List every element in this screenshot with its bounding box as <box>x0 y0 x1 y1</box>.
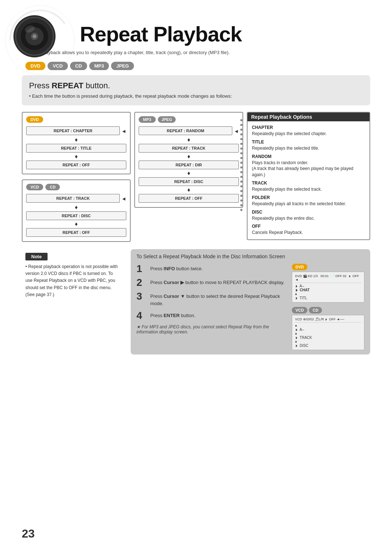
dot-decoration <box>240 152 242 154</box>
repeat-disc-mp3: REPEAT : DISC <box>139 177 239 186</box>
dvd-screen-badge: DVD <box>292 264 307 270</box>
step-2-num: 2 <box>136 278 147 288</box>
step-3: 3 Press Cursor ▼ button to select the de… <box>136 291 288 307</box>
badge-mp3: MP3 <box>89 62 109 70</box>
option-random-term: RANDOM <box>252 154 365 159</box>
option-title-term: TITLE <box>252 139 365 145</box>
vcd-cd-screen-mockup: VCD ⊕03/02 🎵L/R ⏵ OFF ◄── ♦ ⏵ A– ♦ ⏵ TRA… <box>292 315 364 350</box>
vcd-badge-flow: VCD <box>26 184 43 190</box>
dot-decoration <box>240 171 242 173</box>
repeat-dir: REPEAT : DIR <box>139 161 239 169</box>
cd-badge-flow: CD <box>45 184 60 190</box>
repeat-random: REPEAT : RANDOM <box>139 126 232 135</box>
step-2-text: Press Cursor ▶ button to move to REPEAT … <box>150 278 285 286</box>
subtitle-text: Repeat playback allows you to repeatedly… <box>25 50 370 55</box>
jpeg-badge-flow: JPEG <box>158 116 176 123</box>
badge-cd: CD <box>70 62 87 70</box>
step-4-num: 4 <box>136 311 147 321</box>
dot-decoration <box>240 185 242 187</box>
dot-decoration <box>240 147 242 150</box>
option-track-term: TRACK <box>252 181 365 186</box>
mp3-jpeg-flow-box: MP3 JPEG REPEAT : RANDOM ◄ ♦ REPEAT : TR… <box>134 112 243 208</box>
step-1-text: Press INFO button twice. <box>150 264 203 272</box>
svg-point-5 <box>21 23 48 50</box>
repeat-off-mp3: REPEAT : OFF <box>139 194 239 203</box>
dot-decoration <box>240 143 242 145</box>
dvd-screen-mockup: DVD 🎬 KD 1/3 00:01 📄 OFF 02 ⏵ OFF ◄ ⏵ A–… <box>292 272 364 303</box>
svg-text:010101010101010101010101010101: 0101010101010101010101010101010101010101… <box>9 9 66 40</box>
dot-decoration <box>240 199 242 202</box>
note-box: Note • Repeat playback operation is not … <box>22 249 123 355</box>
dot-decoration <box>240 195 242 197</box>
dot-decoration <box>240 209 242 211</box>
vcd-screen-badge: VCD <box>292 307 307 313</box>
dot-decoration <box>240 157 242 159</box>
step-4: 4 Press ENTER button. <box>136 311 288 321</box>
press-repeat-title: Press REPEAT button. <box>29 81 363 90</box>
dot-decoration <box>240 190 242 192</box>
dvd-flow-box: DVD REPEAT : CHAPTER ◄ ♦ REPEAT : TITLE … <box>22 112 131 174</box>
dot-decoration <box>240 124 242 126</box>
dot-decoration <box>240 138 242 140</box>
disc-info-title: To Select a Repeat Playback Mode in the … <box>136 254 364 259</box>
step-1: 1 Press INFO button twice. <box>136 264 288 274</box>
press-repeat-box: Press REPEAT button. • Each time the but… <box>22 75 370 105</box>
option-chapter-desc: Repeatedly plays the selected chapter. <box>252 131 365 137</box>
screens-col: DVD DVD 🎬 KD 1/3 00:01 📄 OFF 02 ⏵ OFF ◄ … <box>292 264 364 350</box>
dot-decoration <box>240 129 242 131</box>
svg-point-9 <box>24 24 36 34</box>
dot-decoration <box>240 176 242 178</box>
footnote: ★ For MP3 and JPEG discs, you cannot sel… <box>136 324 288 335</box>
option-title-desc: Repeatedly plays the selected title. <box>252 145 365 151</box>
dot-decoration <box>240 166 242 169</box>
svg-point-8 <box>33 35 36 38</box>
step-4-text: Press ENTER button. <box>150 311 195 319</box>
repeat-title: REPEAT : TITLE <box>26 144 126 153</box>
step-2: 2 Press Cursor ▶ button to move to REPEA… <box>136 278 288 288</box>
dot-decoration <box>240 119 242 121</box>
steps-list: 1 Press INFO button twice. 2 Press Curso… <box>136 264 288 321</box>
step-1-num: 1 <box>136 264 147 274</box>
step-3-text: Press Cursor ▼ button to select the desi… <box>150 291 288 307</box>
repeat-track-mp3: REPEAT : TRACK <box>139 144 239 153</box>
badge-vcd: VCD <box>48 62 68 70</box>
disc-info-box: To Select a Repeat Playback Mode in the … <box>131 249 370 355</box>
repeat-track-vcd: REPEAT : TRACK <box>26 194 120 203</box>
option-random-desc: Plays tracks in random order.(A track th… <box>252 160 365 178</box>
option-track-desc: Repeatedly plays the selected track. <box>252 186 365 193</box>
option-folder-desc: Repeatedly plays all tracks in the selec… <box>252 201 365 207</box>
svg-point-7 <box>31 33 38 40</box>
dot-decoration <box>240 162 242 164</box>
repeat-chapter: REPEAT : CHAPTER <box>26 126 120 135</box>
mp3-badge-flow: MP3 <box>139 116 156 123</box>
repeat-off-dvd: REPEAT : OFF <box>26 161 126 169</box>
dot-decoration <box>240 133 242 135</box>
options-panel: Repeat Playback Options CHAPTER Repeated… <box>247 112 370 240</box>
option-disc-term: DISC <box>252 210 365 215</box>
press-repeat-note: • Each time the button is pressed during… <box>29 93 363 99</box>
vcd-cd-flow-box: VCD CD REPEAT : TRACK ◄ ♦ REPEAT : DISC … <box>22 179 131 242</box>
repeat-off-vcd: REPEAT : OFF <box>26 228 126 237</box>
note-text: • Repeat playback operation is not possi… <box>25 263 120 298</box>
repeat-disc-vcd: REPEAT : DISC <box>26 211 126 220</box>
badge-dvd: DVD <box>25 62 45 70</box>
note-label: Note <box>25 253 48 260</box>
option-off-term: OFF <box>252 224 365 229</box>
dot-decoration <box>240 204 242 206</box>
page-title: Repeat Playback <box>80 22 242 46</box>
option-off-desc: Cancels Repeat Playback. <box>252 230 365 236</box>
option-disc-desc: Repeatedly plays the entire disc. <box>252 215 365 222</box>
option-folder-term: FOLDER <box>252 195 365 200</box>
step-3-num: 3 <box>136 291 147 301</box>
cd-screen-badge: CD <box>309 307 322 313</box>
dot-decoration <box>240 181 242 183</box>
svg-point-6 <box>25 27 44 45</box>
dvd-badge-flow: DVD <box>26 116 43 123</box>
format-badges: DVD VCD CD MP3 JPEG <box>25 62 370 70</box>
option-chapter-term: CHAPTER <box>252 125 365 130</box>
badge-jpeg: JPEG <box>111 62 134 70</box>
options-title: Repeat Playback Options <box>248 113 369 121</box>
svg-point-1 <box>10 10 70 70</box>
page-number: 23 <box>22 527 35 540</box>
